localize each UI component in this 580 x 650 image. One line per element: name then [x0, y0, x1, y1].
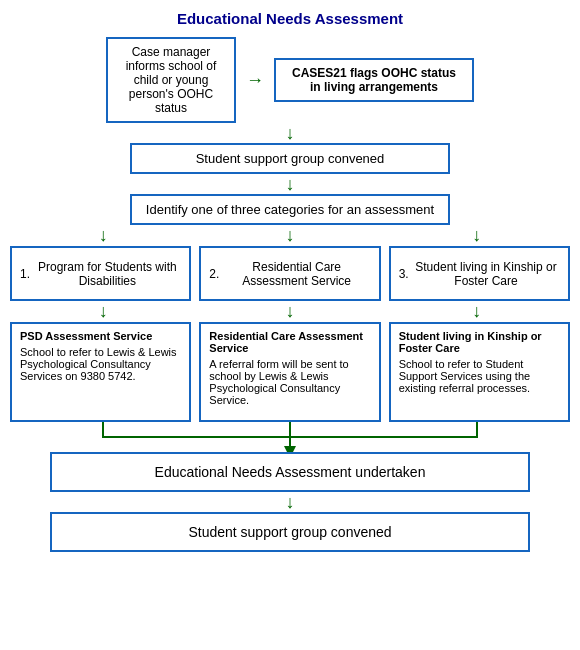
- col-1: 1. Program for Students with Disabilitie…: [10, 246, 191, 301]
- category-box-1: 1. Program for Students with Disabilitie…: [10, 246, 191, 301]
- category-box-3: 3. Student living in Kinship or Foster C…: [389, 246, 570, 301]
- details-row: PSD Assessment Service School to refer t…: [10, 322, 570, 422]
- detail-col-2: Residential Care Assessment Service A re…: [199, 322, 380, 422]
- cat2-number: 2.: [209, 267, 219, 281]
- detail-title-2: Residential Care Assessment Service: [209, 330, 370, 354]
- three-arrows-detail: ↓ ↓ ↓: [10, 301, 570, 322]
- detail-box-1: PSD Assessment Service School to refer t…: [10, 322, 191, 422]
- cat2-label: Residential Care Assessment Service: [223, 260, 371, 288]
- page-title: Educational Needs Assessment: [177, 10, 403, 27]
- converge-arrows-svg: [10, 422, 570, 452]
- identify-categories-box: Identify one of three categories for an …: [130, 194, 450, 225]
- arrow-down-2: ↓: [286, 174, 295, 194]
- support-group-box-1: Student support group convened: [130, 143, 450, 174]
- category-box-2: 2. Residential Care Assessment Service: [199, 246, 380, 301]
- col-3: 3. Student living in Kinship or Foster C…: [389, 246, 570, 301]
- detail-body-2: A referral form will be sent to school b…: [209, 358, 348, 406]
- cat3-number: 3.: [399, 267, 409, 281]
- three-arrows-down: ↓ ↓ ↓: [10, 225, 570, 246]
- detail-col-1: PSD Assessment Service School to refer t…: [10, 322, 191, 422]
- arrow-down-1: ↓: [286, 123, 295, 143]
- support-group-box-2: Student support group convened: [50, 512, 530, 552]
- cat1-label: Program for Students with Disabilities: [33, 260, 181, 288]
- arrow-detail-1: ↓: [99, 301, 108, 322]
- arrow-right-icon: →: [246, 71, 264, 89]
- arrow-col1: ↓: [99, 225, 108, 246]
- arrow-down-3: ↓: [286, 492, 295, 512]
- detail-title-3: Student living in Kinship or Foster Care: [399, 330, 560, 354]
- detail-title-1: PSD Assessment Service: [20, 330, 181, 342]
- cat1-number: 1.: [20, 267, 30, 281]
- arrow-detail-3: ↓: [472, 301, 481, 322]
- detail-box-2: Residential Care Assessment Service A re…: [199, 322, 380, 422]
- detail-col-3: Student living in Kinship or Foster Care…: [389, 322, 570, 422]
- categories-row: 1. Program for Students with Disabilitie…: [10, 246, 570, 301]
- detail-box-3: Student living in Kinship or Foster Care…: [389, 322, 570, 422]
- cat3-label: Student living in Kinship or Foster Care: [412, 260, 560, 288]
- detail-body-1: School to refer to Lewis & Lewis Psychol…: [20, 346, 177, 382]
- case-manager-box: Case manager informs school of child or …: [106, 37, 236, 123]
- arrow-detail-2: ↓: [285, 301, 294, 322]
- arrow-col2: ↓: [285, 225, 294, 246]
- cases21-box: CASES21 flags OOHC status in living arra…: [274, 58, 474, 102]
- detail-body-3: School to refer to Student Support Servi…: [399, 358, 530, 394]
- assessment-undertaken-box: Educational Needs Assessment undertaken: [50, 452, 530, 492]
- col-2: 2. Residential Care Assessment Service: [199, 246, 380, 301]
- arrow-col3: ↓: [472, 225, 481, 246]
